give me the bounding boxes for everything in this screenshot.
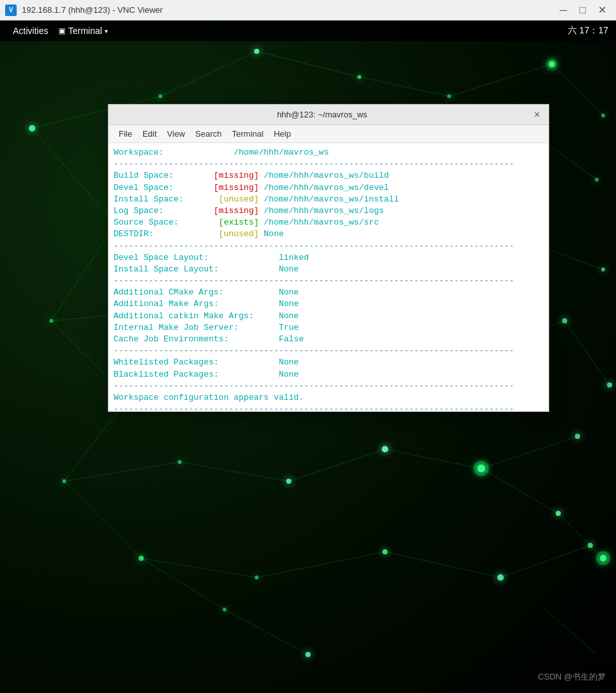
activities-button[interactable]: Activities [8,24,53,37]
terminal-close-button[interactable]: × [531,108,543,121]
terminal-line: ----------------------------------------… [114,345,543,357]
terminal-menubar: File Edit View Search Terminal Help [108,125,549,143]
gnome-desktop: Activities ▣ Terminal ▾ 六 17：17 hhh@123:… [0,21,616,693]
terminal-line: ----------------------------------------… [114,158,543,170]
terminal-line: Devel Space Layout: linked [114,252,543,264]
vnc-icon-label: V [9,6,13,13]
terminal-menu-terminal[interactable]: Terminal [227,128,269,140]
vnc-close-button[interactable]: ✕ [593,1,611,19]
terminal-titlebar: hhh@123: ~/mavros_ws × [108,105,549,125]
terminal-line: Install Space Layout: None [114,264,543,275]
vnc-icon: V [5,4,17,16]
terminal-menu-search[interactable]: Search [190,128,227,140]
terminal-menu-button[interactable]: ▣ Terminal ▾ [53,24,113,37]
terminal-icon: ▣ [58,26,65,35]
terminal-line: Whitelisted Packages: None [114,357,543,368]
terminal-window: hhh@123: ~/mavros_ws × File Edit View Se… [108,104,549,412]
terminal-line: ----------------------------------------… [114,241,543,252]
terminal-line: Workspace: /home/hhh/mavros_ws [114,147,543,158]
topbar-clock: 六 17：17 [568,25,608,37]
terminal-line: DESTDIR: [unused] None [114,228,543,240]
terminal-line: Workspace configuration appears valid. [114,392,543,404]
terminal-line: Source Space: [exists] /home/hhh/mavros_… [114,217,543,228]
terminal-title: hhh@123: ~/mavros_ws [114,110,531,119]
terminal-line: Log Space: [missing] /home/hhh/mavros_ws… [114,205,543,217]
terminal-menu-edit[interactable]: Edit [137,128,162,140]
terminal-line: Blacklisted Packages: None [114,369,543,381]
vnc-window: V 192.168.1.7 (hhh@123) - VNC Viewer ─ □… [0,0,616,693]
terminal-line: Build Space: [missing] /home/hhh/mavros_… [114,170,543,182]
gnome-topbar: Activities ▣ Terminal ▾ 六 17：17 [0,21,616,41]
terminal-line: ----------------------------------------… [114,275,543,287]
terminal-line: ----------------------------------------… [114,381,543,392]
terminal-line: Additional catkin Make Args: None [114,311,543,322]
terminal-output[interactable]: Workspace: /home/hhh/mavros_ws----------… [108,143,549,411]
terminal-line: ----------------------------------------… [114,404,543,411]
watermark: CSDN @书生的梦 [538,671,606,683]
vnc-title-text: 192.168.1.7 (hhh@123) - VNC Viewer [22,5,554,15]
terminal-line: Cache Job Environments: False [114,334,543,345]
terminal-line: Internal Make Job Server: True [114,322,543,334]
terminal-menu-file[interactable]: File [114,128,137,140]
terminal-line: Additional CMake Args: None [114,287,543,298]
terminal-menu-help[interactable]: Help [269,128,296,140]
terminal-arrow-icon: ▾ [105,28,108,35]
terminal-line: Install Space: [unused] /home/hhh/mavros… [114,194,543,205]
terminal-line: Additional Make Args: None [114,298,543,310]
vnc-maximize-button[interactable]: □ [574,1,592,19]
terminal-label: Terminal [68,26,102,36]
terminal-menu-view[interactable]: View [162,128,190,140]
terminal-line: Devel Space: [missing] /home/hhh/mavros_… [114,182,543,194]
vnc-titlebar: V 192.168.1.7 (hhh@123) - VNC Viewer ─ □… [0,0,616,21]
vnc-window-controls: ─ □ ✕ [554,1,611,19]
vnc-minimize-button[interactable]: ─ [554,1,572,19]
